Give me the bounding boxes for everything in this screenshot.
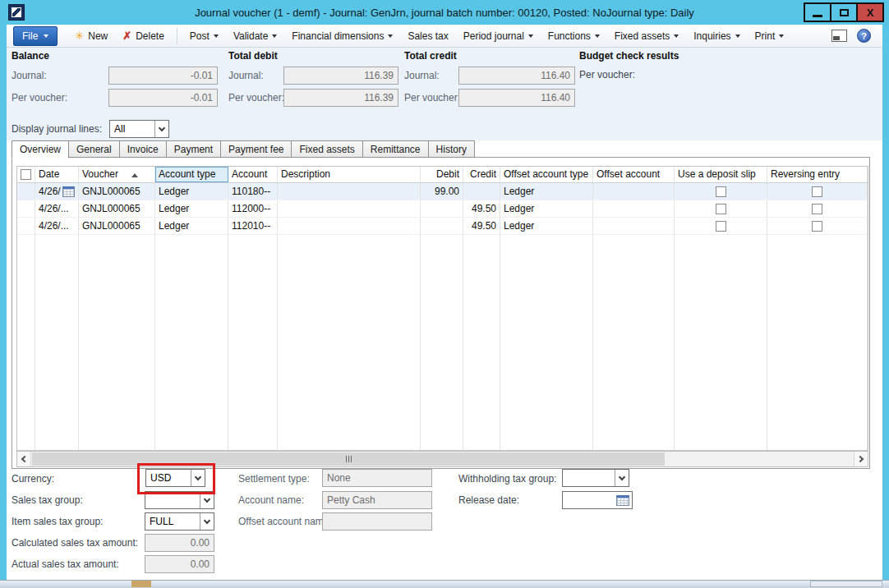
column-header-offset-account-type[interactable]: Offset account type [500, 167, 593, 182]
column-header-reversing-entry[interactable]: Reversing entry [767, 167, 868, 182]
column-header-offset-account[interactable]: Offset account [593, 167, 675, 182]
row-selector-cell[interactable] [17, 183, 35, 200]
credit-journal-label: Journal: [404, 70, 440, 81]
dropdown-button[interactable] [200, 492, 214, 508]
tab-payment[interactable]: Payment [167, 140, 221, 158]
row-selector-cell[interactable] [17, 200, 35, 217]
file-menu-button[interactable]: File [13, 26, 58, 46]
menu-validate[interactable]: Validate [226, 26, 284, 46]
date-cell[interactable]: 4/26/... [35, 200, 79, 217]
menu-fixed-assets[interactable]: Fixed assets [607, 26, 686, 46]
table-row[interactable]: 4/26/... GNJL000065 Ledger 112010-- 49.5… [17, 218, 868, 235]
calendar-icon[interactable] [62, 186, 75, 197]
description-cell[interactable] [278, 200, 421, 217]
account-type-cell[interactable]: Ledger [155, 183, 228, 200]
scroll-right-button[interactable] [854, 452, 868, 466]
new-button[interactable]: ✳ New [67, 26, 115, 46]
maximize-button[interactable] [830, 2, 858, 22]
column-header-account[interactable]: Account [228, 167, 278, 182]
display-journal-lines-dropdown[interactable]: All [109, 120, 169, 138]
withholding-tax-group-dropdown[interactable] [562, 469, 629, 487]
tab-general[interactable]: General [69, 140, 120, 158]
tab-payment-fee[interactable]: Payment fee [221, 140, 292, 158]
tab-invoice[interactable]: Invoice [120, 140, 167, 158]
delete-button[interactable]: ✗ Delete [115, 26, 172, 46]
sales-tax-group-dropdown[interactable] [145, 491, 214, 509]
reversing-entry-checkbox[interactable] [812, 204, 822, 214]
account-type-cell[interactable]: Ledger [155, 218, 228, 234]
scroll-left-button[interactable] [17, 452, 31, 466]
column-header-account-type[interactable]: Account type [155, 167, 228, 182]
column-header-date[interactable]: Date [35, 167, 79, 182]
menu-inquiries[interactable]: Inquiries [686, 26, 747, 46]
debit-journal-field: 116.39 [283, 67, 398, 85]
description-cell[interactable] [278, 218, 421, 234]
use-deposit-slip-checkbox[interactable] [716, 221, 726, 232]
date-cell[interactable]: 4/26/... [35, 218, 79, 234]
empty-cell [675, 235, 767, 450]
layout-pane-icon[interactable] [831, 30, 847, 42]
withholding-tax-group-label: Withholding tax group: [458, 473, 556, 485]
offset-account-type-cell[interactable]: Ledger [500, 218, 593, 234]
tab-fixed-assets[interactable]: Fixed assets [292, 140, 362, 158]
menu-financial-dimensions[interactable]: Financial dimensions [284, 26, 400, 46]
column-header-description[interactable]: Description [278, 167, 421, 182]
chevron-down-icon [159, 124, 165, 131]
help-icon[interactable]: ? [857, 29, 871, 43]
offset-account-cell[interactable] [593, 200, 675, 217]
tab-overview[interactable]: Overview [12, 140, 69, 158]
voucher-cell[interactable]: GNJL000065 [79, 183, 155, 200]
date-cell[interactable]: 4/26/ [35, 183, 79, 200]
debit-cell[interactable] [421, 200, 463, 217]
table-row[interactable]: 4/26/ GNJL000065 Ledger 110180-- 99.00 L… [17, 183, 868, 200]
row-selector-cell[interactable] [17, 218, 35, 234]
dropdown-button[interactable] [154, 121, 168, 137]
offset-account-type-cell[interactable]: Ledger [500, 200, 593, 217]
voucher-cell[interactable]: GNJL000065 [79, 200, 155, 217]
empty-cell [421, 235, 463, 450]
credit-cell[interactable]: 49.50 [463, 218, 500, 234]
use-deposit-slip-checkbox[interactable] [716, 204, 726, 214]
scrollbar-thumb[interactable] [32, 452, 665, 466]
select-all-checkbox[interactable] [21, 169, 31, 180]
offset-account-cell[interactable] [593, 218, 675, 234]
credit-cell[interactable]: 49.50 [463, 200, 500, 217]
menu-sales-tax[interactable]: Sales tax [400, 26, 455, 46]
calendar-icon[interactable] [616, 495, 629, 506]
debit-journal-label: Journal: [228, 70, 264, 81]
release-date-field[interactable] [562, 491, 633, 509]
menu-print[interactable]: Print [748, 26, 792, 46]
dropdown-button[interactable] [615, 470, 629, 486]
menu-post[interactable]: Post [182, 26, 226, 46]
offset-account-type-cell[interactable]: Ledger [500, 183, 593, 200]
currency-dropdown[interactable]: USD [145, 469, 205, 487]
account-type-cell[interactable]: Ledger [155, 200, 228, 217]
dropdown-button[interactable] [200, 513, 214, 530]
dropdown-button[interactable] [191, 470, 205, 486]
column-header-credit[interactable]: Credit [463, 167, 500, 182]
debit-cell[interactable] [421, 218, 463, 234]
column-header-debit[interactable]: Debit [421, 167, 463, 182]
offset-account-cell[interactable] [593, 183, 675, 200]
column-header-voucher[interactable]: Voucher [79, 167, 155, 182]
close-button[interactable]: X [856, 2, 884, 22]
menu-functions[interactable]: Functions [541, 26, 607, 46]
tab-history[interactable]: History [429, 140, 475, 158]
account-cell[interactable]: 110180-- [228, 183, 278, 200]
item-sales-tax-group-dropdown[interactable]: FULL [145, 512, 214, 531]
description-cell[interactable] [278, 183, 421, 200]
table-row[interactable]: 4/26/... GNJL000065 Ledger 112000-- 49.5… [17, 200, 868, 218]
column-header-use-deposit-slip[interactable]: Use a deposit slip [675, 167, 767, 182]
reversing-entry-checkbox[interactable] [812, 221, 822, 232]
tab-remittance[interactable]: Remittance [363, 140, 429, 158]
reversing-entry-checkbox[interactable] [812, 186, 822, 197]
voucher-cell[interactable]: GNJL000065 [79, 218, 155, 234]
minimize-button[interactable] [804, 2, 831, 22]
debit-cell[interactable]: 99.00 [421, 183, 463, 200]
account-cell[interactable]: 112000-- [228, 200, 278, 217]
horizontal-scrollbar[interactable] [16, 451, 868, 467]
account-cell[interactable]: 112010-- [228, 218, 278, 234]
credit-cell[interactable] [463, 183, 500, 200]
use-deposit-slip-checkbox[interactable] [716, 186, 726, 197]
menu-period-journal[interactable]: Period journal [456, 26, 541, 46]
